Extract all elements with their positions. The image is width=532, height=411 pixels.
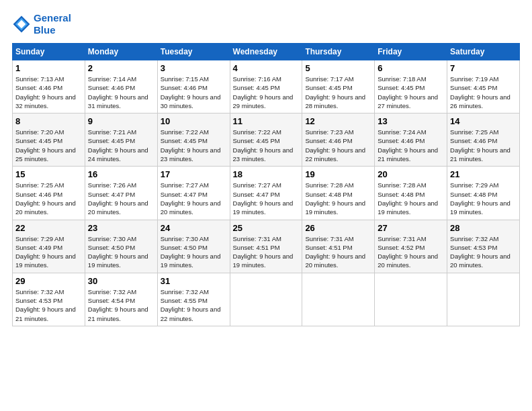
day-number: 1: [15, 63, 82, 73]
day-cell: 28 Sunrise: 7:32 AMSunset: 4:53 PMDaylig…: [447, 220, 520, 273]
day-detail: Sunrise: 7:32 AMSunset: 4:55 PMDaylight:…: [161, 288, 221, 322]
day-cell: [447, 273, 520, 326]
day-detail: Sunrise: 7:20 AMSunset: 4:45 PMDaylight:…: [15, 128, 76, 163]
day-number: 21: [450, 169, 517, 179]
day-number: 19: [305, 169, 371, 179]
day-detail: Sunrise: 7:16 AMSunset: 4:45 PMDaylight:…: [233, 75, 294, 109]
day-detail: Sunrise: 7:15 AMSunset: 4:46 PMDaylight:…: [161, 75, 221, 109]
day-number: 4: [233, 63, 300, 73]
day-detail: Sunrise: 7:32 AMSunset: 4:53 PMDaylight:…: [450, 235, 511, 269]
day-number: 6: [378, 63, 444, 73]
logo-icon: [12, 15, 31, 34]
week-row-3: 22 Sunrise: 7:29 AMSunset: 4:49 PMDaylig…: [13, 220, 520, 273]
day-number: 15: [15, 169, 82, 179]
header: General Blue: [12, 12, 520, 36]
day-cell: 10 Sunrise: 7:22 AMSunset: 4:45 PMDaylig…: [157, 113, 230, 167]
col-friday: Friday: [375, 44, 447, 60]
day-number: 7: [450, 63, 517, 73]
day-number: 23: [88, 223, 154, 233]
day-number: 26: [305, 223, 371, 233]
day-cell: 30 Sunrise: 7:32 AMSunset: 4:54 PMDaylig…: [85, 273, 157, 326]
day-detail: Sunrise: 7:27 AMSunset: 4:47 PMDaylight:…: [161, 181, 221, 216]
day-detail: Sunrise: 7:31 AMSunset: 4:51 PMDaylight:…: [305, 235, 365, 269]
logo-blue: Blue: [34, 24, 56, 36]
day-number: 14: [450, 116, 517, 126]
day-number: 22: [15, 223, 82, 233]
day-detail: Sunrise: 7:21 AMSunset: 4:45 PMDaylight:…: [88, 128, 148, 163]
day-number: 31: [161, 276, 227, 286]
day-number: 30: [88, 276, 154, 286]
week-row-4: 29 Sunrise: 7:32 AMSunset: 4:53 PMDaylig…: [13, 273, 520, 326]
day-detail: Sunrise: 7:28 AMSunset: 4:48 PMDaylight:…: [378, 181, 438, 216]
week-row-2: 15 Sunrise: 7:25 AMSunset: 4:46 PMDaylig…: [13, 167, 520, 220]
day-number: 10: [161, 116, 227, 126]
day-detail: Sunrise: 7:32 AMSunset: 4:54 PMDaylight:…: [88, 288, 148, 322]
col-thursday: Thursday: [302, 44, 375, 60]
week-row-0: 1 Sunrise: 7:13 AMSunset: 4:46 PMDayligh…: [13, 60, 520, 113]
day-cell: 17 Sunrise: 7:27 AMSunset: 4:47 PMDaylig…: [157, 167, 230, 220]
day-number: 20: [378, 169, 444, 179]
day-cell: 19 Sunrise: 7:28 AMSunset: 4:48 PMDaylig…: [302, 167, 375, 220]
day-detail: Sunrise: 7:28 AMSunset: 4:48 PMDaylight:…: [305, 181, 365, 216]
day-cell: 31 Sunrise: 7:32 AMSunset: 4:55 PMDaylig…: [157, 273, 230, 326]
day-cell: 21 Sunrise: 7:29 AMSunset: 4:48 PMDaylig…: [447, 167, 520, 220]
day-cell: 14 Sunrise: 7:25 AMSunset: 4:46 PMDaylig…: [447, 113, 520, 167]
day-detail: Sunrise: 7:24 AMSunset: 4:46 PMDaylight:…: [378, 128, 438, 163]
day-cell: 12 Sunrise: 7:23 AMSunset: 4:46 PMDaylig…: [302, 113, 375, 167]
day-number: 9: [88, 116, 154, 126]
day-detail: Sunrise: 7:30 AMSunset: 4:50 PMDaylight:…: [161, 235, 221, 269]
day-cell: [230, 273, 302, 326]
day-cell: 16 Sunrise: 7:26 AMSunset: 4:47 PMDaylig…: [85, 167, 157, 220]
day-number: 25: [233, 223, 300, 233]
day-cell: 8 Sunrise: 7:20 AMSunset: 4:45 PMDayligh…: [13, 113, 85, 167]
day-detail: Sunrise: 7:18 AMSunset: 4:45 PMDaylight:…: [378, 75, 438, 109]
day-number: 3: [161, 63, 227, 73]
day-cell: 20 Sunrise: 7:28 AMSunset: 4:48 PMDaylig…: [375, 167, 447, 220]
logo-general: General: [34, 12, 71, 24]
day-number: 28: [450, 223, 517, 233]
col-monday: Monday: [85, 44, 157, 60]
day-detail: Sunrise: 7:31 AMSunset: 4:52 PMDaylight:…: [378, 235, 438, 269]
day-cell: [375, 273, 447, 326]
day-detail: Sunrise: 7:19 AMSunset: 4:45 PMDaylight:…: [450, 75, 511, 109]
day-number: 24: [161, 223, 227, 233]
day-cell: 9 Sunrise: 7:21 AMSunset: 4:45 PMDayligh…: [85, 113, 157, 167]
day-number: 16: [88, 169, 154, 179]
day-number: 18: [233, 169, 300, 179]
day-detail: Sunrise: 7:32 AMSunset: 4:53 PMDaylight:…: [15, 288, 76, 322]
day-number: 5: [305, 63, 371, 73]
day-cell: 29 Sunrise: 7:32 AMSunset: 4:53 PMDaylig…: [13, 273, 85, 326]
day-detail: Sunrise: 7:14 AMSunset: 4:46 PMDaylight:…: [88, 75, 148, 109]
day-detail: Sunrise: 7:31 AMSunset: 4:51 PMDaylight:…: [233, 235, 294, 269]
day-detail: Sunrise: 7:25 AMSunset: 4:46 PMDaylight:…: [15, 181, 76, 216]
day-cell: 15 Sunrise: 7:25 AMSunset: 4:46 PMDaylig…: [13, 167, 85, 220]
day-cell: 22 Sunrise: 7:29 AMSunset: 4:49 PMDaylig…: [13, 220, 85, 273]
day-cell: 6 Sunrise: 7:18 AMSunset: 4:45 PMDayligh…: [375, 60, 447, 113]
day-detail: Sunrise: 7:25 AMSunset: 4:46 PMDaylight:…: [450, 128, 511, 163]
day-cell: 3 Sunrise: 7:15 AMSunset: 4:46 PMDayligh…: [157, 60, 230, 113]
day-number: 2: [88, 63, 154, 73]
day-number: 27: [378, 223, 444, 233]
day-detail: Sunrise: 7:30 AMSunset: 4:50 PMDaylight:…: [88, 235, 148, 269]
day-cell: [302, 273, 375, 326]
day-cell: 11 Sunrise: 7:22 AMSunset: 4:45 PMDaylig…: [230, 113, 302, 167]
day-detail: Sunrise: 7:29 AMSunset: 4:48 PMDaylight:…: [450, 181, 511, 216]
day-cell: 7 Sunrise: 7:19 AMSunset: 4:45 PMDayligh…: [447, 60, 520, 113]
col-wednesday: Wednesday: [230, 44, 302, 60]
day-number: 11: [233, 116, 300, 126]
day-number: 29: [15, 276, 82, 286]
day-detail: Sunrise: 7:22 AMSunset: 4:45 PMDaylight:…: [233, 128, 294, 163]
header-row: Sunday Monday Tuesday Wednesday Thursday…: [13, 44, 520, 60]
logo: General Blue: [12, 12, 71, 36]
day-number: 13: [378, 116, 444, 126]
day-cell: 27 Sunrise: 7:31 AMSunset: 4:52 PMDaylig…: [375, 220, 447, 273]
day-cell: 2 Sunrise: 7:14 AMSunset: 4:46 PMDayligh…: [85, 60, 157, 113]
col-tuesday: Tuesday: [157, 44, 230, 60]
col-sunday: Sunday: [13, 44, 85, 60]
day-cell: 1 Sunrise: 7:13 AMSunset: 4:46 PMDayligh…: [13, 60, 85, 113]
day-detail: Sunrise: 7:27 AMSunset: 4:47 PMDaylight:…: [233, 181, 294, 216]
day-number: 8: [15, 116, 82, 126]
day-detail: Sunrise: 7:26 AMSunset: 4:47 PMDaylight:…: [88, 181, 148, 216]
day-cell: 25 Sunrise: 7:31 AMSunset: 4:51 PMDaylig…: [230, 220, 302, 273]
day-detail: Sunrise: 7:23 AMSunset: 4:46 PMDaylight:…: [305, 128, 365, 163]
